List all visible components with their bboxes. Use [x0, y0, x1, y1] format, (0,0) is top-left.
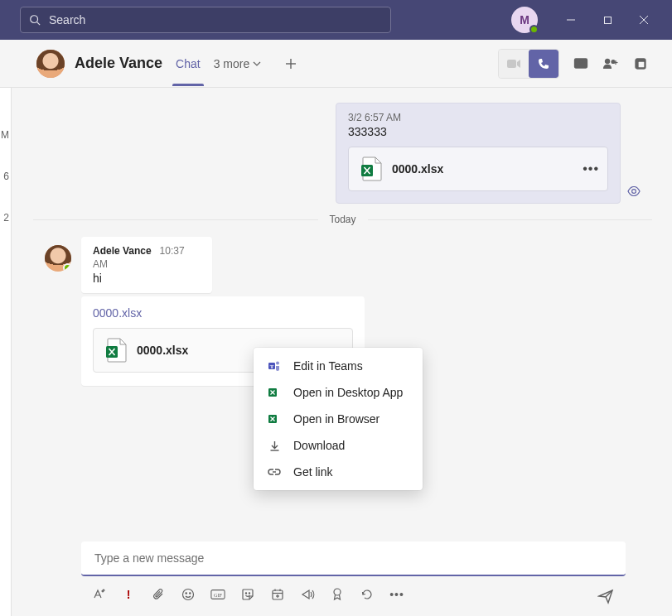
emoji-button[interactable] [181, 587, 196, 602]
svg-point-16 [632, 190, 636, 194]
message-text: hi [93, 272, 201, 285]
send-button[interactable] [596, 586, 616, 606]
sticker-button[interactable] [240, 587, 255, 602]
more-actions-button[interactable]: ••• [389, 587, 404, 602]
add-people-button[interactable] [596, 50, 626, 78]
excel-icon [267, 411, 282, 426]
attachment-filename: 0000.xlsx [392, 162, 443, 176]
more-tabs-dropdown[interactable]: 3 more [214, 57, 262, 70]
close-button[interactable] [626, 0, 662, 40]
chat-pane: M 6 2 3/2 6:57 AM 333333 0000.xlsx ••• T… [0, 88, 672, 616]
profile-avatar[interactable]: M [511, 7, 538, 33]
sent-message[interactable]: 3/2 6:57 AM 333333 0000.xlsx ••• [336, 103, 621, 204]
popout-button[interactable] [626, 50, 655, 78]
svg-point-30 [245, 593, 246, 594]
compose-box[interactable] [81, 541, 626, 576]
chat-header: Adele Vance Chat 3 more [0, 40, 672, 88]
excel-file-icon [105, 338, 127, 363]
excel-icon [267, 385, 282, 400]
svg-rect-15 [638, 61, 645, 68]
share-screen-button[interactable] [566, 50, 596, 78]
svg-text:GIF: GIF [214, 592, 223, 598]
titlebar: M [0, 0, 672, 40]
approvals-button[interactable] [360, 587, 375, 602]
link-icon [267, 464, 282, 479]
search-box[interactable] [20, 7, 391, 33]
left-rail-fragment: M 6 2 [0, 88, 12, 616]
menu-edit-in-teams[interactable]: T Edit in Teams [254, 353, 423, 379]
praise-button[interactable] [330, 587, 345, 602]
video-call-button [499, 50, 529, 78]
svg-point-0 [31, 16, 38, 23]
profile-initial: M [520, 13, 529, 26]
attachment-link[interactable]: 0000.xlsx [93, 306, 353, 320]
add-tab-button[interactable] [278, 51, 304, 77]
attachment-filename: 0000.xlsx [137, 344, 188, 357]
minimize-button[interactable] [553, 0, 589, 40]
message-text: 333333 [348, 125, 608, 138]
svg-point-25 [183, 590, 194, 600]
window-controls [553, 0, 662, 40]
menu-open-browser[interactable]: Open in Browser [254, 406, 423, 432]
search-icon [29, 14, 41, 26]
file-context-menu: T Edit in Teams Open in Desktop App Open… [254, 348, 423, 490]
more-tabs-label: 3 more [214, 57, 250, 70]
gif-button[interactable]: GIF [210, 587, 225, 602]
audio-call-button[interactable] [529, 50, 558, 78]
svg-text:T: T [270, 363, 274, 370]
svg-rect-3 [604, 17, 611, 23]
compose-toolbar: ! GIF ••• [91, 583, 626, 606]
maximize-button[interactable] [589, 0, 626, 40]
menu-label: Download [293, 439, 345, 452]
svg-point-31 [249, 593, 249, 594]
svg-point-26 [186, 593, 186, 594]
teams-icon: T [267, 359, 282, 373]
svg-point-38 [334, 589, 341, 595]
menu-label: Edit in Teams [293, 359, 363, 373]
important-button[interactable]: ! [121, 587, 136, 602]
menu-download[interactable]: Download [254, 432, 423, 459]
svg-point-27 [190, 593, 191, 594]
search-input[interactable] [47, 12, 382, 27]
chevron-down-icon [253, 60, 261, 68]
format-button[interactable] [91, 587, 106, 602]
menu-get-link[interactable]: Get link [254, 459, 423, 485]
received-message[interactable]: Adele Vance 10:37 AM hi [81, 237, 212, 293]
menu-label: Open in Browser [293, 412, 380, 426]
svg-point-10 [605, 59, 609, 63]
menu-label: Open in Desktop App [293, 386, 403, 399]
svg-line-1 [37, 22, 41, 26]
message-timestamp: 3/2 6:57 AM [348, 112, 608, 123]
sender-avatar[interactable] [45, 245, 71, 272]
read-receipt-icon [627, 185, 641, 199]
download-icon [267, 438, 282, 453]
sender-name: Adele Vance [93, 245, 152, 257]
presence-available-icon [63, 263, 71, 272]
attachment-more-button[interactable]: ••• [583, 147, 599, 190]
excel-file-icon [360, 156, 382, 181]
attachment-card[interactable]: 0000.xlsx ••• [348, 147, 608, 191]
tab-chat[interactable]: Chat [172, 42, 204, 85]
svg-point-21 [276, 362, 279, 365]
stream-button[interactable] [300, 587, 315, 602]
svg-rect-8 [507, 60, 516, 68]
contact-name: Adele Vance [75, 55, 162, 72]
day-divider: Today [33, 214, 652, 225]
schedule-meeting-button[interactable] [270, 587, 285, 602]
attach-button[interactable] [151, 587, 166, 602]
compose-input[interactable] [93, 551, 614, 565]
menu-open-desktop[interactable]: Open in Desktop App [254, 379, 423, 406]
menu-label: Get link [293, 465, 332, 479]
presence-available-icon [529, 25, 539, 34]
contact-avatar[interactable] [36, 50, 65, 78]
